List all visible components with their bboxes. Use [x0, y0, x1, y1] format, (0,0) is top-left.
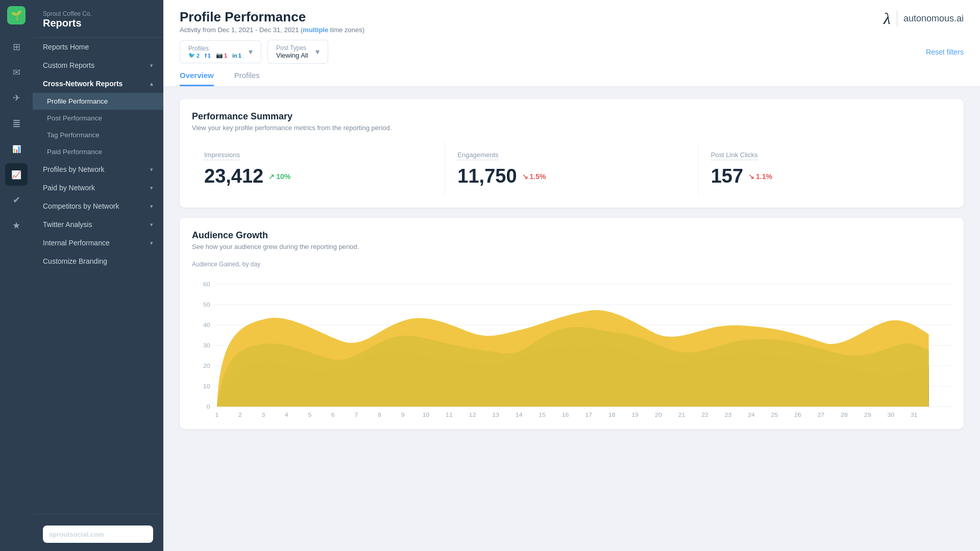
chevron-down-icon-5: ▾	[150, 221, 153, 228]
svg-text:25: 25	[771, 412, 778, 418]
svg-text:20: 20	[655, 412, 662, 418]
tab-profiles[interactable]: Profiles	[234, 66, 260, 86]
down-arrow-icon: ↘	[522, 172, 528, 181]
svg-text:30: 30	[887, 412, 894, 418]
impressions-value: 23,412 ↗ 10%	[204, 165, 432, 187]
down-arrow-icon-2: ↘	[748, 172, 754, 181]
facebook-badge: f 1	[205, 53, 211, 59]
nav-icon-home[interactable]: ⊞	[5, 36, 28, 58]
engagements-metric: Engagements 11,750 ↘ 1.5%	[445, 142, 698, 195]
filter-row: Profiles 🐦 2 f 1 📷 1 in 1 ▾ Post Types V…	[180, 40, 964, 64]
nav-icon-publish[interactable]: ✈	[5, 87, 28, 109]
svg-text:16: 16	[562, 412, 569, 418]
impressions-change: ↗ 10%	[268, 172, 290, 181]
metrics-row: Impressions 23,412 ↗ 10% Engagements 11,…	[192, 142, 951, 195]
svg-text:12: 12	[469, 412, 476, 418]
instagram-badge: 📷 1	[216, 52, 227, 59]
post-link-clicks-change: ↘ 1.1%	[748, 172, 772, 181]
nav-post-performance[interactable]: Post Performance	[33, 110, 163, 127]
chevron-down-icon: ▾	[150, 62, 153, 69]
svg-text:26: 26	[794, 412, 801, 418]
tabs-row: Overview Profiles	[180, 66, 964, 86]
svg-text:4: 4	[285, 412, 288, 418]
chart-label: Audience Gained, by day	[192, 261, 951, 268]
profiles-filter[interactable]: Profiles 🐦 2 f 1 📷 1 in 1 ▾	[180, 40, 261, 63]
nav-icon-reports[interactable]: 📈	[5, 163, 28, 186]
nav-paid-by-network[interactable]: Paid by Network ▾	[33, 179, 163, 197]
profiles-chevron-icon: ▾	[249, 47, 253, 57]
page-title: Profile Performance	[180, 9, 364, 25]
impressions-label: Impressions	[204, 151, 240, 160]
svg-text:27: 27	[818, 412, 825, 418]
performance-summary-card: Performance Summary View your key profil…	[180, 99, 964, 208]
nav-icon-premium[interactable]: ★	[5, 214, 28, 237]
svg-text:1: 1	[215, 412, 218, 418]
post-link-clicks-metric: Post Link Clicks 157 ↘ 1.1%	[699, 142, 951, 195]
nav-paid-performance[interactable]: Paid Performance	[33, 143, 163, 160]
nav-icon-inbox[interactable]: ✉	[5, 61, 28, 84]
nav-profiles-by-network[interactable]: Profiles by Network ▾	[33, 160, 163, 179]
post-types-label-area: Post Types Viewing All	[276, 44, 308, 59]
impressions-metric: Impressions 23,412 ↗ 10%	[192, 142, 445, 195]
post-types-chevron-icon: ▾	[315, 47, 320, 57]
brand-divider	[897, 11, 897, 27]
website-url: sproutsocial.com	[49, 531, 104, 538]
svg-text:21: 21	[678, 412, 685, 418]
nav-header: Sprout Coffee Co. Reports	[33, 0, 163, 38]
post-link-clicks-label: Post Link Clicks	[711, 151, 758, 160]
svg-text:18: 18	[608, 412, 616, 418]
lambda-icon: λ	[884, 9, 891, 28]
nav-icon-listen[interactable]: ≣	[5, 112, 28, 135]
svg-text:6: 6	[331, 412, 335, 418]
nav-reports-home[interactable]: Reports Home	[33, 38, 163, 56]
twitter-badge: 🐦 2	[188, 52, 200, 59]
nav-twitter-analysis[interactable]: Twitter Analysis ▾	[33, 215, 163, 234]
nav-bottom: sproutsocial.com	[33, 514, 163, 551]
main-content: Profile Performance Activity from Dec 1,…	[163, 0, 980, 551]
nav-icon-analytics[interactable]: 📊	[5, 138, 28, 160]
nav-tag-performance[interactable]: Tag Performance	[33, 127, 163, 143]
nav-customize-branding[interactable]: Customize Branding	[33, 252, 163, 270]
svg-text:5: 5	[308, 412, 312, 418]
nav-sidebar: Sprout Coffee Co. Reports Reports Home C…	[33, 0, 163, 551]
svg-text:17: 17	[585, 412, 593, 418]
nav-custom-reports[interactable]: Custom Reports ▾	[33, 56, 163, 74]
svg-text:28: 28	[841, 412, 848, 418]
svg-text:31: 31	[911, 412, 918, 418]
nav-competitors-by-network[interactable]: Competitors by Network ▾	[33, 197, 163, 215]
post-types-filter[interactable]: Post Types Viewing All ▾	[267, 40, 328, 64]
chevron-down-icon-2: ▾	[150, 166, 153, 173]
nav-icon-tasks[interactable]: ✔	[5, 189, 28, 211]
linkedin-badge: in 1	[232, 53, 241, 59]
nav-internal-performance[interactable]: Internal Performance ▾	[33, 234, 163, 252]
chevron-down-icon-4: ▾	[150, 203, 153, 210]
app-logo[interactable]: 🌱	[7, 6, 26, 24]
audience-growth-title: Audience Growth	[192, 230, 951, 241]
svg-text:3: 3	[262, 412, 265, 418]
nav-cross-network[interactable]: Cross-Network Reports ▴	[33, 74, 163, 93]
reset-filters-button[interactable]: Reset filters	[926, 48, 964, 56]
performance-summary-subtitle: View your key profile performance metric…	[192, 124, 951, 132]
svg-text:19: 19	[632, 412, 639, 418]
post-link-clicks-value: 157 ↘ 1.1%	[711, 165, 939, 187]
svg-text:23: 23	[725, 412, 732, 418]
nav-profile-performance[interactable]: Profile Performance	[33, 93, 163, 110]
svg-text:15: 15	[538, 412, 546, 418]
header-title-area: Profile Performance Activity from Dec 1,…	[180, 9, 364, 34]
company-name: Sprout Coffee Co.	[43, 10, 153, 17]
svg-text:9: 9	[401, 412, 405, 418]
svg-text:20: 20	[203, 363, 210, 369]
audience-chart-svg: 60 50 40 30 20 10 0 1	[192, 274, 951, 422]
tab-overview[interactable]: Overview	[180, 66, 214, 86]
svg-text:22: 22	[701, 412, 708, 418]
section-title: Reports	[43, 17, 153, 29]
chevron-down-icon-3: ▾	[150, 185, 153, 191]
svg-text:24: 24	[748, 412, 755, 418]
page-subtitle: Activity from Dec 1, 2021 - Dec 31, 2021…	[180, 26, 364, 34]
url-box: sproutsocial.com	[43, 525, 153, 543]
profiles-label: Profiles 🐦 2 f 1 📷 1 in 1	[188, 45, 241, 59]
svg-text:50: 50	[203, 302, 210, 308]
svg-text:10: 10	[423, 412, 430, 418]
audience-growth-card: Audience Growth See how your audience gr…	[180, 218, 964, 429]
svg-text:13: 13	[492, 412, 499, 418]
